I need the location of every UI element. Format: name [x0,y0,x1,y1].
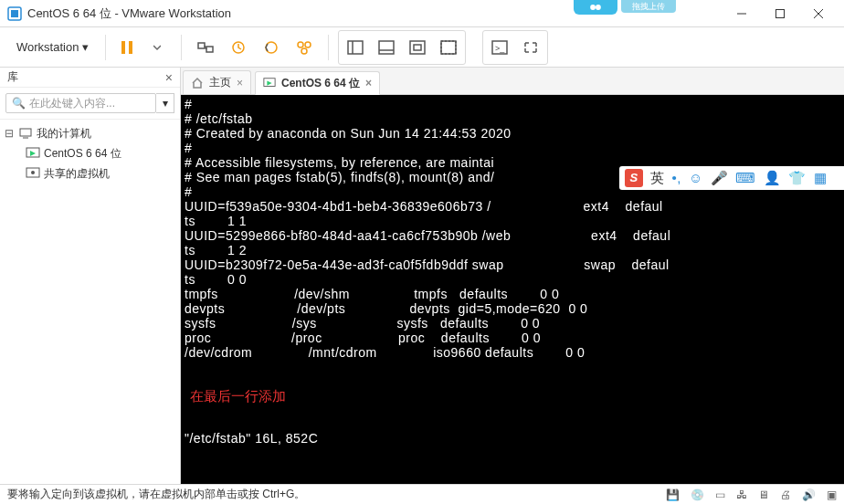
minimize-button[interactable] [723,2,760,26]
vmware-icon [7,6,22,21]
card-icon[interactable]: ▭ [715,488,725,501]
svg-rect-24 [441,41,456,54]
svg-point-15 [305,42,311,47]
statusbar-icons: 💾 💿 ▭ 🖧 🖥 🖨 🔊 ▣ [666,488,837,501]
console-annotation: 在最后一行添加 [190,389,840,404]
upload-tag[interactable]: 拖拽上传 [621,0,676,13]
snapshot-button[interactable] [224,33,253,62]
sidebar-title: 库 [7,69,18,85]
pause-button[interactable] [115,36,139,59]
fullscreen-button[interactable]: >_ [485,33,514,62]
window-title: CentOS 6 64 位 - VMware Workstation [27,5,723,22]
svg-rect-1 [11,10,18,17]
vm-icon [263,77,276,89]
main-area: 库 × 🔍 在此处键入内容... ▾ ⊟ 我的计算机 CentOS 6 64 位… [0,68,844,484]
statusbar-text: 要将输入定向到该虚拟机，请在虚拟机内部单击或按 Ctrl+G。 [7,487,305,502]
svg-rect-9 [129,41,132,54]
separator [181,35,182,60]
ime-emoji-icon[interactable]: ☺ [689,171,703,185]
search-row: 🔍 在此处键入内容... ▾ [0,88,180,120]
sidebar: 库 × 🔍 在此处键入内容... ▾ ⊟ 我的计算机 CentOS 6 64 位… [0,68,181,484]
tree-root[interactable]: ⊟ 我的计算机 [0,123,180,143]
display-icon[interactable]: 🖥 [758,488,769,501]
maximize-button[interactable] [762,2,798,26]
search-placeholder: 在此处键入内容... [29,96,115,111]
svg-point-14 [298,42,303,47]
tree-root-label: 我的计算机 [37,126,91,142]
search-dropdown[interactable]: ▾ [156,93,174,113]
revert-button[interactable] [257,33,286,62]
tab-vm-label: CentOS 6 64 位 [281,76,360,91]
tree-item-centos-label: CentOS 6 64 位 [44,146,121,162]
content-area: 主页 × CentOS 6 64 位 × # # /etc/fstab # Cr… [181,68,844,484]
network-icon[interactable]: 🖧 [736,488,747,501]
sound-icon[interactable]: 🔊 [802,488,816,501]
collapse-icon[interactable]: ⊟ [4,127,15,140]
sogou-icon: S [625,169,643,187]
tree-item-shared-label: 共享的虚拟机 [44,166,110,182]
view-single-button[interactable] [341,33,370,62]
svg-rect-19 [379,41,394,54]
shared-icon [26,166,40,181]
play-dropdown[interactable] [142,33,172,62]
send-keys-button[interactable] [191,33,220,62]
vm-on-icon [26,146,40,161]
tree-item-centos[interactable]: CentOS 6 64 位 [0,143,180,163]
menubar: Workstation ▾ >_ [0,27,844,68]
close-button[interactable] [800,2,837,26]
ime-user-icon[interactable]: 👤 [764,171,782,185]
svg-point-13 [266,42,277,53]
svg-rect-5 [776,9,785,17]
search-icon: 🔍 [12,97,26,110]
cd-icon[interactable]: 💿 [691,488,704,501]
console-footer: "/etc/fstab" 16L, 852C [185,431,840,446]
svg-text:>_: >_ [495,44,505,53]
console-text: # # /etc/fstab # Created by anaconda on … [185,97,840,360]
tab-vm[interactable]: CentOS 6 64 位 × [255,71,380,95]
sidebar-header: 库 × [0,68,180,88]
view-group [338,30,466,65]
sidebar-close-icon[interactable]: × [165,70,173,85]
unity-button[interactable] [516,33,545,62]
svg-rect-10 [198,43,205,48]
ime-toolbar[interactable]: S 英 •, ☺ 🎤 ⌨ 👤 👕 ▦ [619,166,844,190]
ime-keyboard-icon[interactable]: ⌨ [735,171,756,185]
search-input[interactable]: 🔍 在此处键入内容... [5,93,156,113]
svg-rect-22 [414,45,421,50]
device-icon[interactable]: ▣ [827,488,837,501]
svg-rect-21 [410,41,425,54]
ime-lang[interactable]: 英 [650,171,665,185]
tab-close-icon[interactable]: × [237,77,243,89]
view-stretch-button[interactable] [403,33,432,62]
upload-badge[interactable] [574,0,617,15]
svg-rect-17 [348,41,363,54]
workstation-menu[interactable]: Workstation ▾ [9,37,96,58]
view-thumb-button[interactable] [372,33,401,62]
titlebar: CentOS 6 64 位 - VMware Workstation 拖拽上传 [0,0,844,27]
ime-punct-icon[interactable]: •, [672,171,681,185]
manage-snapshots-button[interactable] [290,33,319,62]
svg-rect-11 [206,47,213,52]
ime-skin-icon[interactable]: 👕 [788,171,807,185]
printer-icon[interactable]: 🖨 [780,488,791,501]
statusbar: 要将输入定向到该虚拟机，请在虚拟机内部单击或按 Ctrl+G。 💾 💿 ▭ 🖧 … [0,484,844,504]
svg-rect-27 [20,129,31,136]
library-tree: ⊟ 我的计算机 CentOS 6 64 位 共享的虚拟机 [0,120,180,187]
tab-home[interactable]: 主页 × [183,70,251,94]
tree-item-shared[interactable]: 共享的虚拟机 [0,163,180,184]
svg-point-16 [301,48,307,54]
svg-point-3 [596,5,601,10]
dropdown-icon: ▾ [82,40,89,54]
computer-icon [18,126,33,141]
ime-tools-icon[interactable]: ▦ [814,171,828,185]
tabbar: 主页 × CentOS 6 64 位 × [181,68,844,95]
tab-close-icon[interactable]: × [365,77,372,89]
svg-point-2 [590,5,596,10]
vm-console[interactable]: # # /etc/fstab # Created by anaconda on … [181,95,844,484]
separator [105,35,106,60]
view-fit-button[interactable] [434,33,463,62]
separator [328,35,329,60]
svg-point-31 [31,171,35,174]
ime-voice-icon[interactable]: 🎤 [711,171,729,185]
disk-icon[interactable]: 💾 [666,488,680,501]
